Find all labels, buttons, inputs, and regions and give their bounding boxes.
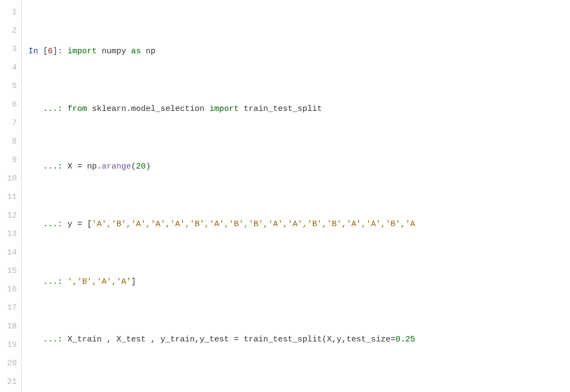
line-number: 21 [0, 373, 17, 391]
code-line: ...: from sklearn.model_selection import… [28, 100, 570, 119]
import-tts: train_test_split [239, 104, 322, 114]
module-numpy: numpy [97, 47, 131, 56]
module-sklearn: sklearn.model_selection [87, 104, 209, 114]
paren-open: ( [131, 162, 136, 171]
line-number: 7 [0, 114, 17, 133]
code-line: In [6]: import numpy as np [28, 42, 570, 61]
continuation-prompt: ...: [28, 104, 67, 114]
line-number: 3 [0, 40, 17, 59]
continuation-prompt: ...: [28, 277, 67, 287]
code-line: ...: y = ['A','B','A','A','A','B','A','B… [28, 215, 570, 234]
paren-close: ) [146, 162, 151, 171]
in-prompt: In [ [28, 47, 48, 56]
y-close: ] [131, 277, 136, 287]
line-gutter: 1 2 3 4 5 6 7 8 9 10 11 12 13 14 15 16 1… [0, 0, 22, 392]
line-number: 17 [0, 299, 17, 318]
line-number: 14 [0, 244, 17, 262]
code-line: ...: ) [28, 388, 570, 392]
test-size-value: 0.25 [395, 335, 415, 344]
continuation-prompt: ...: [28, 335, 67, 344]
code-line: ...: X_train , X_test , y_train,y_test =… [28, 331, 570, 349]
line-number: 13 [0, 225, 17, 244]
keyword-as: as [131, 47, 141, 56]
prompt-number: 6 [48, 47, 53, 56]
func-arange: arange [102, 162, 131, 171]
line-number: 18 [0, 318, 17, 336]
number-20: 20 [136, 162, 146, 171]
y-assign: y = [ [67, 220, 92, 229]
code-editor: 1 2 3 4 5 6 7 8 9 10 11 12 13 14 15 16 1… [0, 0, 570, 392]
y-list-part2: ','B','A','A' [67, 277, 131, 287]
continuation-prompt: ...: [28, 220, 67, 229]
line-number: 10 [0, 170, 17, 188]
keyword-from: from [67, 104, 87, 114]
line-number: 20 [0, 354, 17, 373]
line-number: 8 [0, 133, 17, 151]
x-assign: X = np. [67, 162, 102, 171]
line-number: 5 [0, 77, 17, 96]
code-area[interactable]: In [6]: import numpy as np ...: from skl… [22, 0, 570, 392]
line-number: 2 [0, 22, 17, 40]
y-list-part1: 'A','B','A','A','A','B','A','B','B','A',… [92, 220, 415, 229]
keyword-import: import [209, 104, 239, 114]
line-number: 11 [0, 188, 17, 207]
split-call: X_train , X_test , y_train,y_test = trai… [67, 335, 395, 344]
line-number: 4 [0, 59, 17, 77]
line-number: 19 [0, 336, 17, 354]
line-number: 6 [0, 96, 17, 114]
line-number: 12 [0, 207, 17, 225]
alias-np: np [141, 47, 156, 56]
line-number: 16 [0, 281, 17, 299]
line-number: 1 [0, 3, 17, 22]
keyword-import: import [67, 47, 97, 56]
line-number: 9 [0, 151, 17, 170]
continuation-prompt: ...: [28, 162, 67, 171]
code-line: ...: ','B','A','A'] [28, 273, 570, 291]
prompt-close: ]: [53, 47, 67, 56]
line-number: 15 [0, 262, 17, 281]
code-line: ...: X = np.arange(20) [28, 158, 570, 176]
